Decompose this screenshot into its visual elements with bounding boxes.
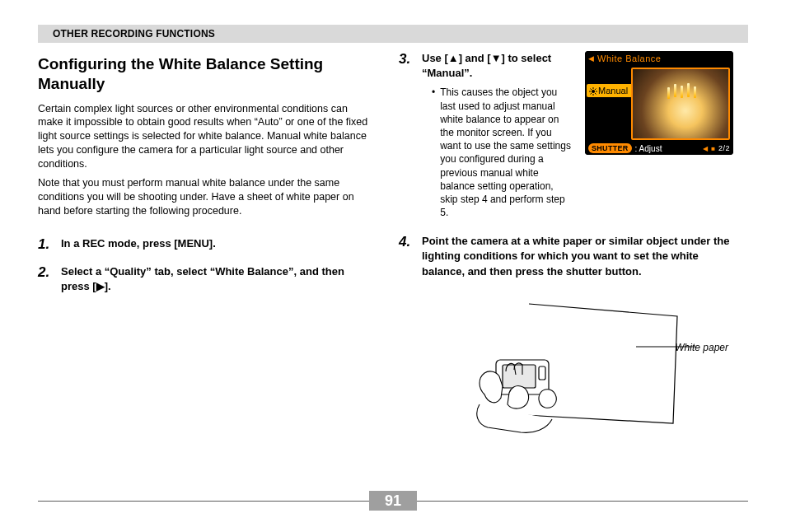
lcd-selected-item: Manual [587, 84, 634, 97]
white-paper-illustration: White paper [399, 296, 733, 444]
lcd-bottom-bar: SHUTTER : Adjust ◀ ■ 2/2 [585, 142, 733, 155]
square-icon: ■ [711, 145, 715, 152]
right-column: 3. Use [▲] and [▼] to select “Manual”. •… [399, 51, 733, 444]
triangle-left-icon: ◀ [588, 54, 594, 63]
illustration-label: White paper [675, 342, 728, 353]
lcd-menu-column [585, 66, 631, 142]
step-subnote: • This causes the object you last used t… [432, 86, 573, 219]
step-number: 3. [399, 51, 415, 219]
camera-lcd-screenshot: ◀ White Balance Manual [585, 51, 733, 155]
svg-point-0 [592, 90, 595, 93]
intro-paragraph-1: Certain complex light sources or other e… [38, 102, 372, 171]
step-number: 1. [38, 236, 54, 253]
section-header: OTHER RECORDING FUNCTIONS [38, 25, 748, 43]
steps-left: 1. In a REC mode, press [MENU]. 2. Selec… [38, 236, 372, 294]
lcd-selected-label: Manual [598, 86, 628, 96]
page-footer: 91 [38, 491, 748, 511]
svg-line-7 [595, 89, 597, 91]
step-text: Select a “Quality” tab, select “White Ba… [61, 264, 372, 294]
lcd-title-bar: ◀ White Balance [585, 51, 733, 66]
step-4: 4. Point the camera at a white paper or … [399, 234, 733, 279]
svg-line-5 [591, 89, 592, 91]
bullet-icon: • [432, 86, 435, 219]
triangle-left-icon: ◀ [703, 145, 708, 152]
two-column-layout: Configuring the White Balance Setting Ma… [38, 51, 748, 444]
intro-paragraph-2: Note that you must perform manual white … [38, 176, 372, 218]
lcd-title: White Balance [597, 54, 661, 63]
lcd-preview-image [631, 68, 730, 140]
shutter-pill: SHUTTER [588, 143, 632, 153]
footer-rule [38, 501, 369, 502]
lcd-page-indicator: 2/2 [718, 144, 730, 152]
manual-wb-icon [589, 87, 597, 96]
svg-rect-12 [539, 366, 545, 380]
svg-line-6 [595, 93, 597, 95]
step-3: 3. Use [▲] and [▼] to select “Manual”. •… [399, 51, 573, 219]
lcd-action-label: : Adjust [635, 144, 662, 153]
step-text: Point the camera at a white paper or sim… [422, 234, 733, 279]
page-title: Configuring the White Balance Setting Ma… [38, 54, 372, 94]
step-1: 1. In a REC mode, press [MENU]. [38, 236, 372, 253]
lcd-body: Manual [585, 66, 733, 142]
step-subtext: This causes the object you last used to … [440, 86, 573, 219]
left-column: Configuring the White Balance Setting Ma… [38, 51, 372, 444]
svg-line-8 [591, 93, 592, 95]
step-text: Use [▲] and [▼] to select “Manual”. [422, 51, 573, 81]
page-number: 91 [369, 491, 417, 511]
footer-rule [417, 501, 748, 502]
step-text: In a REC mode, press [MENU]. [61, 236, 372, 251]
step-2: 2. Select a “Quality” tab, select “White… [38, 264, 372, 294]
step-number: 2. [38, 264, 54, 294]
svg-rect-11 [503, 365, 536, 388]
step-number: 4. [399, 234, 415, 279]
step-3-row: 3. Use [▲] and [▼] to select “Manual”. •… [399, 51, 733, 219]
manual-page: OTHER RECORDING FUNCTIONS Configuring th… [0, 0, 786, 532]
